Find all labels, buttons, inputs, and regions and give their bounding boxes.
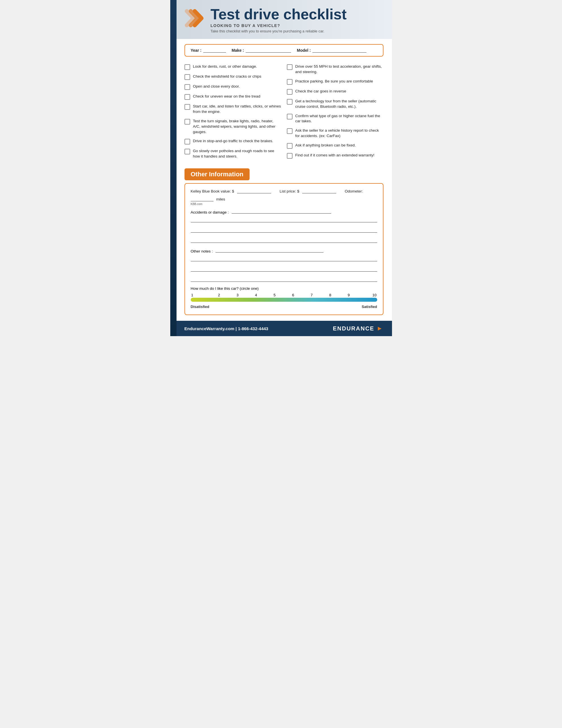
checklist-item: Check the car goes in reverse [287, 89, 383, 95]
checklist-item-text: Confirm what type of gas or higher octan… [295, 113, 383, 124]
price-row: Kelley Blue Book value: $ List price: $ … [191, 188, 377, 201]
checklist-item: Find out if it comes with an extended wa… [287, 153, 383, 159]
other-info-badge: Other Information [185, 168, 250, 180]
checklist-item-text: Check the windshield for cracks or chips [193, 74, 262, 79]
checklist-item-text: Ask if anything broken can be fixed. [295, 143, 356, 148]
checkbox[interactable] [185, 139, 190, 144]
header-section: Test drive checklist LOOKING TO BUY A VE… [170, 0, 392, 39]
checkbox[interactable] [287, 79, 292, 85]
checkbox[interactable] [287, 153, 292, 159]
header-text: Test drive checklist LOOKING TO BUY A VE… [211, 7, 383, 33]
kbb-label: Kelley Blue Book value: $ [191, 189, 234, 193]
checklist-item-text: Check the car goes in reverse [295, 89, 346, 94]
year-input-line[interactable] [203, 48, 226, 53]
checklist-item: Drive over 55 MPH to test acceleration, … [287, 64, 383, 75]
checkbox[interactable] [185, 149, 190, 154]
write-line-4[interactable] [191, 255, 377, 261]
checkbox[interactable] [185, 74, 190, 80]
accidents-line[interactable] [232, 208, 331, 214]
checklist-item-text: Get a technology tour from the seller (a… [295, 99, 383, 109]
rating-bar-container [191, 298, 377, 303]
kbb-value-line[interactable] [237, 188, 271, 193]
make-input-line[interactable] [246, 48, 291, 53]
checklist-area: Look for dents, rust, or other damage.Ch… [170, 62, 392, 166]
checklist-right-col: Drive over 55 MPH to test acceleration, … [287, 64, 383, 163]
logo-chevrons [185, 8, 205, 28]
checkbox[interactable] [185, 64, 190, 70]
checklist-item: Check for uneven wear on the tire tread [185, 94, 281, 100]
footer: EnduranceWarranty.com | 1-866-432-4443 E… [170, 321, 392, 336]
make-label: Make : [232, 48, 244, 53]
rating-number[interactable]: 2 [210, 293, 228, 297]
checklist-item-text: Look for dents, rust, or other damage. [193, 64, 257, 69]
checkbox[interactable] [287, 114, 292, 119]
checkbox[interactable] [185, 94, 190, 100]
checkbox[interactable] [287, 89, 292, 95]
odometer-unit: miles [216, 197, 226, 201]
checklist-item: Ask if anything broken can be fixed. [287, 143, 383, 149]
checkbox[interactable] [185, 119, 190, 125]
write-line-3[interactable] [191, 236, 377, 243]
checklist-item: Practice parking. Be sure you are comfor… [287, 79, 383, 85]
rating-section: How much do I like this car? (circle one… [191, 286, 377, 309]
model-label: Model : [297, 48, 311, 53]
checkbox[interactable] [287, 64, 292, 70]
checkbox[interactable] [287, 143, 292, 149]
checkbox[interactable] [287, 99, 292, 105]
checkbox[interactable] [185, 104, 190, 110]
header-description: Take this checklist with you to ensure y… [211, 29, 383, 33]
checklist-item-text: Open and close every door. [193, 84, 240, 89]
rating-number[interactable]: 10 [358, 293, 376, 297]
list-price-line[interactable] [302, 188, 336, 193]
checklist-item: Look for dents, rust, or other damage. [185, 64, 281, 70]
checklist-item-text: Go slowly over potholes and rough roads … [193, 148, 281, 159]
rating-number[interactable]: 6 [284, 293, 302, 297]
checkbox[interactable] [287, 128, 292, 134]
rating-number[interactable]: 7 [302, 293, 321, 297]
rating-number[interactable]: 5 [265, 293, 284, 297]
checklist-item: Start car, idle, and listen for rattles,… [185, 104, 281, 115]
checklist-item-text: Find out if it comes with an extended wa… [295, 153, 374, 158]
brand-arrow-icon: ► [377, 325, 383, 332]
checklist-item: Open and close every door. [185, 84, 281, 90]
rating-number[interactable]: 9 [339, 293, 358, 297]
rating-number[interactable]: 4 [247, 293, 265, 297]
checklist-left-col: Look for dents, rust, or other damage.Ch… [185, 64, 287, 163]
rating-number[interactable]: 8 [321, 293, 339, 297]
rating-number[interactable]: 1 [191, 293, 210, 297]
checklist-item-text: Start car, idle, and listen for rattles,… [193, 104, 281, 115]
checklist-item: Check the windshield for cracks or chips [185, 74, 281, 80]
other-notes-line[interactable] [216, 247, 323, 253]
checklist-item: Drive in stop-and-go traffic to check th… [185, 138, 281, 144]
checklist-item-text: Test the turn signals, brake lights, rad… [193, 119, 281, 135]
accidents-label-row: Accidents or damage : [191, 208, 377, 214]
model-input-line[interactable] [312, 48, 366, 53]
odometer-label: Odometer: [345, 189, 363, 193]
accidents-label: Accidents or damage : [191, 210, 229, 214]
write-line-6[interactable] [191, 275, 377, 282]
write-line-1[interactable] [191, 216, 377, 222]
checklist-item-text: Practice parking. Be sure you are comfor… [295, 79, 373, 84]
info-box: Kelley Blue Book value: $ List price: $ … [185, 183, 383, 315]
rating-number[interactable]: 3 [228, 293, 247, 297]
list-price-label: List price: $ [280, 189, 299, 193]
footer-brand: ENDURANCE ► [333, 325, 383, 332]
vehicle-info-row: Year : Make : Model : [185, 44, 383, 57]
write-line-5[interactable] [191, 265, 377, 272]
rating-bar [191, 298, 377, 302]
checklist-item-text: Ask the seller for a vehicle history rep… [295, 128, 383, 139]
odometer-line[interactable] [191, 196, 214, 201]
write-line-2[interactable] [191, 226, 377, 233]
other-notes-label: Other notes : [191, 249, 213, 253]
kbb-source: KBB.com [191, 202, 377, 206]
brand-name: ENDURANCE [333, 325, 374, 332]
other-notes-label-row: Other notes : [191, 247, 377, 253]
header-subtitle: LOOKING TO BUY A VEHICLE? [211, 23, 383, 28]
checklist-item: Confirm what type of gas or higher octan… [287, 113, 383, 124]
checkbox[interactable] [185, 84, 190, 90]
checklist-item-text: Drive in stop-and-go traffic to check th… [193, 138, 274, 144]
checklist-item-text: Check for uneven wear on the tire tread [193, 94, 261, 99]
checklist-item-text: Drive over 55 MPH to test acceleration, … [295, 64, 383, 75]
page-title: Test drive checklist [211, 7, 383, 22]
checklist-item: Test the turn signals, brake lights, rad… [185, 119, 281, 135]
